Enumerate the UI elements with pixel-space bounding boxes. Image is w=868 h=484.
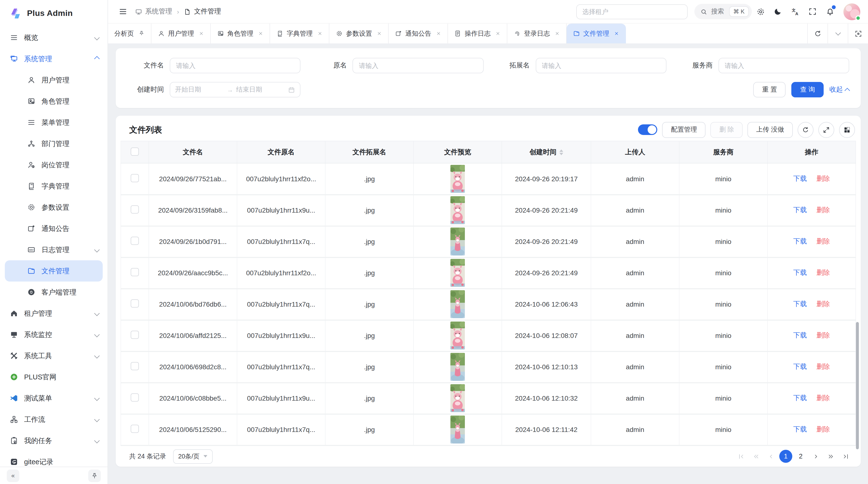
file-preview-image[interactable] [451, 165, 465, 193]
row-checkbox[interactable] [131, 174, 139, 182]
tab-users[interactable]: 用户管理 [151, 24, 211, 43]
delete-link[interactable]: 删除 [816, 206, 830, 214]
column-settings-button[interactable] [839, 122, 855, 138]
download-link[interactable]: 下载 [793, 174, 807, 182]
breadcrumb-item-system[interactable]: 系统管理 [135, 7, 172, 16]
sidebar-item-dicts[interactable]: 字典管理 [0, 175, 107, 197]
file-preview-image[interactable] [451, 416, 465, 444]
settings-gear-icon[interactable] [752, 3, 769, 20]
reset-button[interactable]: 重 置 [753, 82, 786, 97]
page-last-button[interactable] [839, 450, 852, 463]
logo[interactable]: Plus Admin [0, 0, 107, 27]
page-prev-button[interactable] [764, 450, 777, 463]
file-preview-image[interactable] [451, 353, 465, 381]
page-first-button[interactable] [735, 450, 747, 463]
close-tab-icon[interactable] [258, 31, 263, 36]
page-next2-button[interactable] [824, 450, 837, 463]
global-search[interactable]: 搜索 ⌘ K [694, 4, 752, 19]
sidebar-item-tools[interactable]: 系统工具 [0, 345, 107, 366]
delete-link[interactable]: 删除 [816, 331, 830, 339]
row-checkbox[interactable] [131, 237, 139, 245]
file-preview-image[interactable] [451, 322, 465, 350]
file-preview-image[interactable] [451, 384, 465, 412]
close-tab-icon[interactable] [376, 31, 382, 36]
sidebar-item-depts[interactable]: 部门管理 [0, 133, 107, 154]
refresh-tab-icon[interactable] [807, 24, 828, 43]
tab-dicts[interactable]: 字典管理 [270, 24, 329, 43]
date-range-picker[interactable]: 开始日期 → 结束日期 [170, 82, 301, 97]
search-panel-toggle[interactable] [638, 124, 657, 135]
content-fullscreen-icon[interactable] [848, 24, 868, 43]
download-link[interactable]: 下载 [793, 237, 807, 245]
file-preview-image[interactable] [451, 290, 465, 318]
sidebar-item-gitee[interactable]: gitee记录 [0, 451, 107, 466]
sidebar-item-menus[interactable]: 菜单管理 [0, 112, 107, 133]
sidebar-item-overview[interactable]: 概览 [0, 27, 107, 48]
table-scrollbar-thumb[interactable] [856, 322, 859, 449]
sidebar-item-plus-site[interactable]: PLUS官网 [0, 366, 107, 388]
column-header[interactable]: 创建时间 [502, 141, 591, 163]
batch-delete-button[interactable]: 删 除 [711, 122, 743, 138]
tab-notices[interactable]: 通知公告 [389, 24, 448, 43]
sidebar-item-clients[interactable]: 客户端管理 [0, 282, 107, 303]
sidebar-item-system[interactable]: 系统管理 [0, 48, 107, 69]
provider-input[interactable] [718, 58, 849, 73]
row-checkbox[interactable] [131, 362, 139, 370]
close-tab-icon[interactable] [614, 31, 619, 36]
table-fullscreen-button[interactable] [818, 122, 834, 138]
sidebar-item-notices[interactable]: 通知公告 [0, 218, 107, 239]
filename-input[interactable] [170, 58, 301, 73]
tab-analysis[interactable]: 分析页 [108, 24, 151, 43]
sidebar-collapse-button[interactable]: « [7, 469, 19, 482]
row-checkbox[interactable] [131, 393, 139, 401]
user-avatar[interactable] [843, 3, 860, 20]
download-link[interactable]: 下载 [793, 206, 807, 214]
pin-icon[interactable] [138, 30, 145, 37]
row-checkbox[interactable] [131, 425, 139, 433]
download-link[interactable]: 下载 [793, 268, 807, 276]
sidebar-item-my-tasks[interactable]: 我的任务 [0, 430, 107, 451]
language-translate-icon[interactable]: 文A [786, 3, 804, 20]
close-tab-icon[interactable] [554, 31, 560, 36]
close-tab-icon[interactable] [198, 31, 204, 36]
sidebar-item-files[interactable]: 文件管理 [5, 260, 103, 282]
file-preview-image[interactable] [451, 196, 465, 224]
download-link[interactable]: 下载 [793, 300, 807, 308]
page-number-1[interactable]: 1 [779, 450, 792, 463]
sidebar-item-roles[interactable]: 角色管理 [0, 91, 107, 112]
close-tab-icon[interactable] [317, 31, 322, 36]
row-checkbox[interactable] [131, 205, 139, 214]
config-manage-button[interactable]: 配置管理 [662, 122, 706, 138]
download-link[interactable]: 下载 [793, 425, 807, 433]
row-checkbox[interactable] [131, 299, 139, 308]
sidebar-item-tenants[interactable]: 租户管理 [0, 303, 107, 324]
fullscreen-icon[interactable] [804, 3, 821, 20]
tab-loginlog[interactable]: 登录日志 [507, 24, 566, 43]
sidebar-item-users[interactable]: 用户管理 [0, 69, 107, 91]
extension-input[interactable] [535, 58, 666, 73]
tab-actions-chevron-icon[interactable] [828, 24, 848, 43]
tab-oplog[interactable]: 操作日志 [448, 24, 507, 43]
tenant-select-input[interactable] [576, 4, 687, 19]
download-link[interactable]: 下载 [793, 394, 807, 401]
row-checkbox[interactable] [131, 268, 139, 276]
sidebar-item-params[interactable]: 参数设置 [0, 197, 107, 218]
row-checkbox[interactable] [131, 331, 139, 339]
delete-link[interactable]: 删除 [816, 425, 830, 433]
select-all-checkbox[interactable] [131, 147, 139, 156]
delete-link[interactable]: 删除 [816, 237, 830, 245]
page-number-2[interactable]: 2 [794, 450, 807, 463]
delete-link[interactable]: 删除 [816, 394, 830, 401]
page-prev2-button[interactable] [749, 450, 763, 463]
origin-name-input[interactable] [353, 58, 484, 73]
sidebar-item-workflow[interactable]: 工作流 [0, 409, 107, 430]
sidebar-item-test-menu[interactable]: 测试菜单 [0, 388, 107, 409]
refresh-table-button[interactable] [798, 122, 813, 138]
delete-link[interactable]: 删除 [816, 174, 830, 182]
file-preview-image[interactable] [451, 259, 465, 287]
download-link[interactable]: 下载 [793, 331, 807, 339]
sidebar-item-logs[interactable]: DEV日志管理 [0, 239, 107, 260]
page-size-select[interactable]: 20条/页 [173, 449, 212, 463]
sidebar-item-posts[interactable]: 岗位管理 [0, 154, 107, 175]
menu-toggle-icon[interactable] [119, 7, 127, 16]
